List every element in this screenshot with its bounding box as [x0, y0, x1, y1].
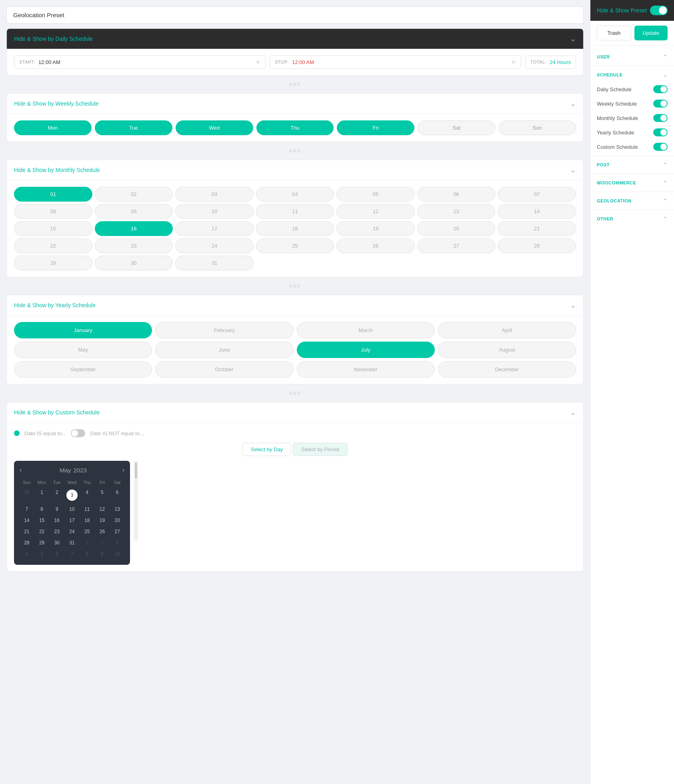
- year-month-september[interactable]: September: [14, 361, 152, 378]
- select-by-period-tab[interactable]: Select by Period: [293, 443, 348, 456]
- month-day-29[interactable]: 29: [14, 256, 92, 270]
- cal-day-8-next[interactable]: 8: [80, 549, 94, 559]
- nav-section-woocommerce[interactable]: WOOCOMMERCE ⌃: [590, 176, 674, 190]
- yearly-schedule-header[interactable]: Hide & Show by Yearly Schedule ⌄: [7, 295, 583, 316]
- month-day-21[interactable]: 21: [498, 221, 576, 236]
- cal-day-8[interactable]: 8: [35, 504, 49, 514]
- cal-day-25[interactable]: 25: [80, 526, 94, 537]
- cal-day-16[interactable]: 16: [50, 515, 64, 526]
- year-month-january[interactable]: January: [14, 322, 152, 338]
- year-month-may[interactable]: May: [14, 342, 152, 358]
- cal-day-30-prev[interactable]: 30: [20, 487, 34, 503]
- trash-button[interactable]: Trash: [597, 26, 631, 40]
- month-day-25[interactable]: 25: [256, 238, 334, 253]
- month-day-10[interactable]: 10: [175, 204, 254, 219]
- month-day-13[interactable]: 13: [417, 204, 496, 219]
- cal-day-1[interactable]: 1: [35, 487, 49, 503]
- month-day-23[interactable]: 23: [95, 238, 173, 253]
- cal-day-23[interactable]: 23: [50, 526, 64, 537]
- day-tue[interactable]: Tue: [95, 120, 172, 135]
- month-day-18[interactable]: 18: [256, 221, 334, 236]
- year-month-december[interactable]: December: [438, 361, 576, 378]
- cal-day-28[interactable]: 28: [20, 538, 34, 548]
- daily-schedule-header[interactable]: Hide & Show by Daily Schedule ⌄: [7, 29, 583, 49]
- select-by-day-tab[interactable]: Select by Day: [242, 443, 291, 456]
- cal-day-11[interactable]: 11: [80, 504, 94, 514]
- cal-day-2-next[interactable]: 2: [95, 538, 110, 548]
- cal-day-10[interactable]: 10: [65, 504, 79, 514]
- stop-time-field[interactable]: STOP: 12:00 AM ✕: [270, 55, 521, 69]
- cal-day-5[interactable]: 5: [95, 487, 110, 503]
- day-sun[interactable]: Sun: [498, 120, 576, 135]
- nav-section-other[interactable]: OTHER ⌃: [590, 212, 674, 226]
- nav-section-user[interactable]: USER ⌃: [590, 50, 674, 64]
- year-month-february[interactable]: February: [155, 322, 293, 338]
- day-thu[interactable]: Thu: [256, 120, 334, 135]
- cal-day-24[interactable]: 24: [65, 526, 79, 537]
- day-wed[interactable]: Wed: [176, 120, 253, 135]
- month-day-12[interactable]: 12: [336, 204, 415, 219]
- cal-day-20[interactable]: 20: [110, 515, 124, 526]
- month-day-27[interactable]: 27: [417, 238, 496, 253]
- nav-yearly-toggle[interactable]: [653, 128, 668, 136]
- day-fri[interactable]: Fri: [337, 120, 414, 135]
- month-day-28[interactable]: 28: [498, 238, 576, 253]
- cal-next-icon[interactable]: ›: [122, 466, 124, 474]
- cal-day-17[interactable]: 17: [65, 515, 79, 526]
- cal-day-27[interactable]: 27: [110, 526, 124, 537]
- stop-clear-icon[interactable]: ✕: [511, 59, 516, 65]
- year-month-april[interactable]: April: [438, 322, 576, 338]
- nav-section-geolocation[interactable]: GEOLOCATION ⌃: [590, 194, 674, 208]
- month-day-06[interactable]: 06: [417, 187, 496, 202]
- month-day-04[interactable]: 04: [256, 187, 334, 202]
- month-day-08[interactable]: 08: [14, 204, 92, 219]
- nav-monthly-toggle[interactable]: [653, 114, 668, 122]
- year-month-november[interactable]: November: [297, 361, 435, 378]
- is-not-equal-toggle[interactable]: [71, 429, 85, 437]
- cal-day-21[interactable]: 21: [20, 526, 34, 537]
- nav-weekly-toggle[interactable]: [653, 100, 668, 108]
- day-mon[interactable]: Mon: [14, 120, 92, 135]
- year-month-july[interactable]: July: [297, 342, 435, 358]
- day-sat[interactable]: Sat: [418, 120, 495, 135]
- month-day-02[interactable]: 02: [95, 187, 173, 202]
- cal-day-6-next[interactable]: 6: [50, 549, 64, 559]
- nav-custom-toggle[interactable]: [653, 143, 668, 151]
- cal-day-14[interactable]: 14: [20, 515, 34, 526]
- year-month-october[interactable]: October: [155, 361, 293, 378]
- month-day-14[interactable]: 14: [498, 204, 576, 219]
- cal-prev-icon[interactable]: ‹: [20, 466, 22, 474]
- cal-day-1-next[interactable]: 1: [80, 538, 94, 548]
- cal-day-12[interactable]: 12: [95, 504, 110, 514]
- cal-day-3-active[interactable]: 3: [65, 487, 79, 503]
- cal-day-15[interactable]: 15: [35, 515, 49, 526]
- cal-day-6[interactable]: 6: [110, 487, 124, 503]
- cal-day-9[interactable]: 9: [50, 504, 64, 514]
- year-month-march[interactable]: March: [297, 322, 435, 338]
- cal-day-5-next[interactable]: 5: [35, 549, 49, 559]
- month-day-20[interactable]: 20: [417, 221, 496, 236]
- cal-day-22[interactable]: 22: [35, 526, 49, 537]
- cal-day-7-next[interactable]: 7: [65, 549, 79, 559]
- cal-day-18[interactable]: 18: [80, 515, 94, 526]
- month-day-01[interactable]: 01: [14, 187, 92, 202]
- month-day-16[interactable]: 16: [95, 221, 173, 236]
- custom-schedule-header[interactable]: Hide & Show by Custom Schedule ⌄: [7, 402, 583, 423]
- preset-toggle[interactable]: [650, 6, 668, 15]
- start-time-field[interactable]: START: 12:00 AM ✕: [14, 55, 266, 69]
- month-day-03[interactable]: 03: [175, 187, 254, 202]
- month-day-07[interactable]: 07: [498, 187, 576, 202]
- nav-section-schedule[interactable]: SCHEDULE ⌄: [590, 68, 674, 82]
- cal-day-30[interactable]: 30: [50, 538, 64, 548]
- cal-day-29[interactable]: 29: [35, 538, 49, 548]
- start-clear-icon[interactable]: ✕: [256, 59, 260, 65]
- month-day-05[interactable]: 05: [336, 187, 415, 202]
- cal-day-26[interactable]: 26: [95, 526, 110, 537]
- month-day-17[interactable]: 17: [175, 221, 254, 236]
- cal-day-19[interactable]: 19: [95, 515, 110, 526]
- month-day-11[interactable]: 11: [256, 204, 334, 219]
- weekly-schedule-header[interactable]: Hide & Show by Weekly Schedule ⌄: [7, 94, 583, 114]
- year-month-june[interactable]: June: [155, 342, 293, 358]
- month-day-24[interactable]: 24: [175, 238, 254, 253]
- update-button[interactable]: Update: [634, 26, 668, 40]
